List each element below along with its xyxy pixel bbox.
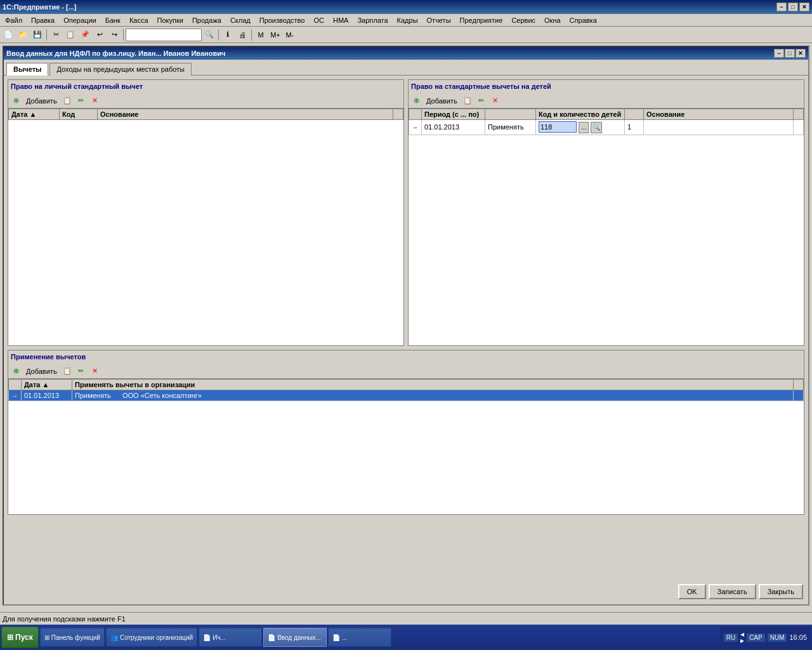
- save-button[interactable]: Записать: [709, 584, 756, 599]
- menu-sales[interactable]: Продажа: [188, 15, 225, 25]
- menu-help[interactable]: Справка: [566, 15, 601, 25]
- menu-purchase[interactable]: Покупки: [154, 15, 187, 25]
- menu-enterprise[interactable]: Предприятие: [456, 15, 507, 25]
- start-button[interactable]: ⊞ Пуск: [1, 627, 39, 648]
- left-edit-btn[interactable]: ✏: [75, 95, 88, 107]
- right-add-icon[interactable]: ⊕: [410, 95, 422, 107]
- menu-edit[interactable]: Правка: [27, 15, 58, 25]
- code-dots-btn[interactable]: ...: [579, 122, 589, 133]
- taskbar-item-employees[interactable]: 👥 Сотрудники организаций: [106, 628, 197, 647]
- close-button-action[interactable]: Закрыть: [759, 584, 803, 599]
- ok-button[interactable]: OK: [678, 584, 706, 599]
- toolbar-cut[interactable]: ✂: [49, 28, 63, 42]
- right-col-count[interactable]: [625, 109, 644, 120]
- apply-row-apply-val[interactable]: Применять ООО «Сеть консалтинг»: [72, 390, 794, 401]
- right-col-basis[interactable]: Основание: [644, 109, 794, 120]
- menu-service[interactable]: Сервис: [508, 15, 539, 25]
- inner-close-btn[interactable]: ✕: [796, 49, 806, 58]
- apply-add-icon[interactable]: ⊕: [10, 365, 22, 378]
- row-basis-cell[interactable]: [644, 120, 794, 135]
- close-button[interactable]: ✕: [799, 3, 809, 11]
- left-col-code[interactable]: Код: [60, 109, 98, 120]
- toolbar-print[interactable]: 🖨: [235, 28, 249, 42]
- menu-windows[interactable]: Окна: [540, 15, 565, 25]
- apply-delete-btn[interactable]: ✕: [89, 365, 102, 378]
- menu-warehouse[interactable]: Склад: [226, 15, 254, 25]
- right-add-label[interactable]: Добавить: [424, 97, 460, 105]
- menu-reports[interactable]: Отчеты: [423, 15, 455, 25]
- right-copy-btn[interactable]: 📋: [461, 95, 474, 107]
- clock: 16:05: [789, 633, 807, 641]
- menu-operations[interactable]: Операции: [60, 15, 100, 25]
- toolbar-mplus[interactable]: М+: [268, 28, 282, 42]
- right-col-code[interactable]: Код и количество детей: [536, 109, 625, 120]
- right-edit-btn[interactable]: ✏: [475, 95, 488, 107]
- taskbar-4-label: Ввод данных...: [277, 634, 321, 641]
- right-col-apply[interactable]: [485, 109, 536, 120]
- apply-col-org[interactable]: Применять вычеты в организации: [72, 380, 794, 390]
- menu-file[interactable]: Файл: [1, 15, 26, 25]
- row-apply-cell[interactable]: Применять: [485, 120, 536, 135]
- left-add-icon[interactable]: ⊕: [10, 95, 22, 107]
- inner-minimize-btn[interactable]: −: [774, 49, 784, 58]
- row-code-cell[interactable]: ... 🔍: [536, 120, 625, 135]
- toolbar-new[interactable]: 📄: [1, 28, 15, 42]
- toolbar-m[interactable]: М: [254, 28, 268, 42]
- toolbar-mminus[interactable]: М-: [283, 28, 297, 42]
- menu-production[interactable]: Производство: [256, 15, 309, 25]
- taskbar-item-3[interactable]: 📄 Ич...: [199, 628, 262, 647]
- left-copy-btn[interactable]: 📋: [61, 95, 74, 107]
- taskbar-panel-icon: ⊞: [44, 634, 49, 641]
- toolbar-open[interactable]: 📁: [16, 28, 30, 42]
- menu-salary[interactable]: Зарплата: [353, 15, 391, 25]
- left-add-label[interactable]: Добавить: [23, 97, 60, 105]
- left-table-body: [9, 120, 403, 310]
- toolbar-copy[interactable]: 📋: [63, 28, 77, 42]
- row-count-cell[interactable]: 1: [625, 120, 644, 135]
- toolbar-save[interactable]: 💾: [30, 28, 44, 42]
- tab-prev-income[interactable]: Доходы на предыдущих местах работы: [49, 63, 192, 76]
- apply-empty-row: [9, 401, 804, 477]
- apply-add-label[interactable]: Добавить: [23, 368, 60, 375]
- apply-row-date[interactable]: 01.01.2013: [22, 390, 72, 401]
- menu-nma[interactable]: НМА: [329, 15, 352, 25]
- inner-title-buttons: − □ ✕: [774, 49, 806, 58]
- inner-maximize-btn[interactable]: □: [785, 49, 795, 58]
- toolbar-search-btn[interactable]: 🔍: [202, 28, 216, 42]
- row-period-cell[interactable]: 01.01.2013: [422, 120, 485, 135]
- toolbar-paste[interactable]: 📌: [78, 28, 92, 42]
- toolbar-info[interactable]: ℹ: [221, 28, 235, 42]
- taskbar-right: RU ◀ ▶ CAP NUM 16:05: [720, 627, 811, 648]
- left-col-basis[interactable]: Основание: [98, 109, 393, 120]
- right-table-toolbar: ⊕ Добавить 📋 ✏ ✕: [409, 93, 804, 109]
- taskbar-5-icon: 📄: [332, 634, 340, 641]
- right-col-period[interactable]: [409, 109, 422, 120]
- status-hint: Для получения подсказки нажмите F1: [3, 615, 126, 623]
- right-col-period-val[interactable]: Период (с ... по): [422, 109, 485, 120]
- apply-copy-btn[interactable]: 📋: [61, 365, 74, 378]
- table-row: → 01.01.2013 Применять ООО «Сеть консалт…: [9, 390, 804, 401]
- cap-indicator: CAP: [747, 633, 765, 642]
- tab-deductions[interactable]: Вычеты: [6, 63, 48, 76]
- menu-hr[interactable]: Кадры: [393, 15, 422, 25]
- toolbar-redo[interactable]: ↪: [107, 28, 121, 42]
- left-col-date[interactable]: Дата ▲: [9, 109, 60, 120]
- minimize-button[interactable]: −: [776, 3, 787, 11]
- menu-kassa[interactable]: Касса: [126, 15, 152, 25]
- toolbar-search[interactable]: [126, 29, 202, 41]
- taskbar-item-panel[interactable]: ⊞ Панель функций: [40, 628, 105, 647]
- menu-os[interactable]: ОС: [310, 15, 328, 25]
- taskbar-item-5[interactable]: 📄 ...: [328, 628, 391, 647]
- toolbar-undo[interactable]: ↩: [93, 28, 107, 42]
- code-search-btn[interactable]: 🔍: [591, 122, 602, 133]
- code-input[interactable]: [539, 121, 577, 133]
- right-delete-btn[interactable]: ✕: [489, 95, 502, 107]
- apply-col-date[interactable]: Дата ▲: [22, 380, 72, 390]
- right-section-header: Право на стандартные вычеты на детей: [409, 80, 804, 93]
- left-delete-btn[interactable]: ✕: [89, 95, 102, 107]
- menu-bank[interactable]: Банк: [102, 15, 124, 25]
- taskbar-item-4[interactable]: 📄 Ввод данных...: [263, 628, 327, 647]
- maximize-button[interactable]: □: [788, 3, 798, 11]
- apply-edit-btn[interactable]: ✏: [75, 365, 88, 378]
- right-data-table: Период (с ... по) Код и количество детей…: [409, 109, 804, 312]
